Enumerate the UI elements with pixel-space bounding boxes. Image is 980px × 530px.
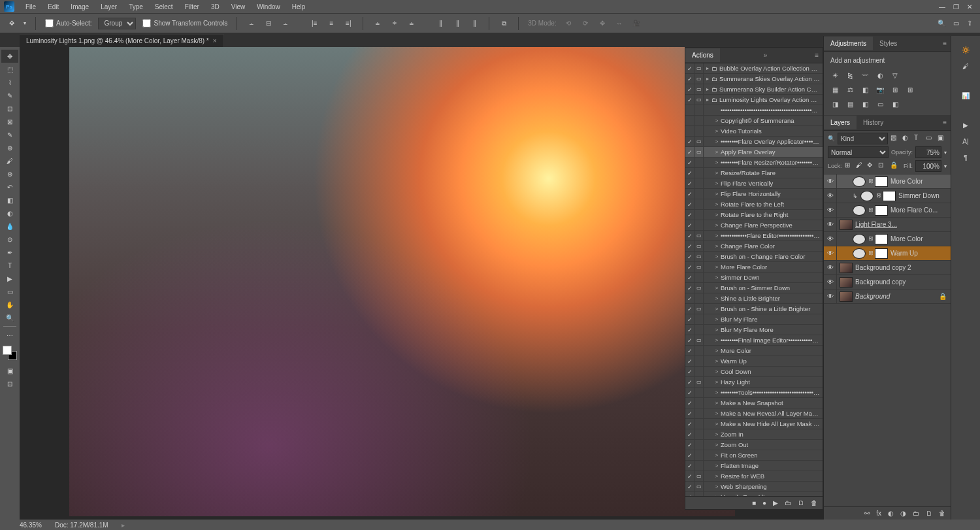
document-tab[interactable]: Luminosity Lights 1.png @ 46.4% (More Co… bbox=[20, 34, 224, 47]
auto-select-checkbox[interactable]: Auto-Select: bbox=[45, 19, 91, 27]
crop-tool[interactable]: ⊡ bbox=[1, 102, 18, 115]
color-lookup-icon[interactable]: ⊞ bbox=[904, 84, 916, 95]
layer-fx-icon[interactable]: fx bbox=[876, 510, 881, 517]
link-layers-icon[interactable]: ⚯ bbox=[864, 510, 870, 517]
filter-adjust-icon[interactable]: ◐ bbox=[902, 134, 911, 143]
align-right-icon[interactable]: ≡| bbox=[343, 18, 353, 29]
selective-color-icon[interactable]: ◧ bbox=[889, 98, 901, 110]
distribute-hcenter-icon[interactable]: ‖ bbox=[452, 18, 463, 29]
distribute-left-icon[interactable]: ‖ bbox=[435, 18, 446, 29]
exposure-icon[interactable]: ◐ bbox=[874, 69, 886, 81]
actions-tab[interactable]: Actions bbox=[685, 48, 720, 62]
action-item[interactable]: ✓>Rotate Flare to the Left bbox=[685, 199, 823, 210]
visibility-icon[interactable]: 👁 bbox=[824, 290, 837, 303]
move-tool[interactable]: ✥ bbox=[1, 50, 18, 63]
stop-icon[interactable]: ■ bbox=[752, 499, 756, 506]
action-item[interactable]: ✓>Make a New Snapshot bbox=[685, 398, 823, 408]
healing-tool[interactable]: ⊕ bbox=[1, 141, 18, 154]
layer-row[interactable]: 👁Background copy bbox=[824, 275, 951, 290]
actions-menu-icon[interactable]: ≡ bbox=[811, 52, 823, 59]
status-zoom[interactable]: 46.35% bbox=[20, 522, 42, 529]
record-icon[interactable]: ● bbox=[762, 499, 766, 506]
visibility-icon[interactable]: 👁 bbox=[824, 189, 837, 203]
lock-all-icon[interactable]: 🔒 bbox=[890, 161, 898, 171]
menu-view[interactable]: View bbox=[225, 2, 252, 12]
lock-artboard-icon[interactable]: ⊡ bbox=[878, 161, 887, 171]
action-folder[interactable]: ✓▭▸🗀Summerana Sky Builder Action Collect… bbox=[685, 84, 823, 95]
action-item[interactable]: ✓>Blur My Flare More bbox=[685, 325, 823, 335]
new-fill-icon[interactable]: ◑ bbox=[900, 510, 906, 517]
action-item[interactable]: ✓>Simmer Down bbox=[685, 273, 823, 283]
pen-tool[interactable]: ✒ bbox=[1, 246, 18, 259]
edit-toolbar[interactable]: ⋯ bbox=[1, 329, 18, 342]
3d-slide-icon[interactable]: ↔ bbox=[614, 18, 625, 29]
action-item[interactable]: ✓>Shine a Little Brighter bbox=[685, 293, 823, 304]
layers-menu-icon[interactable]: ≡ bbox=[939, 119, 951, 126]
blend-mode-dropdown[interactable]: Normal bbox=[828, 146, 889, 158]
type-tool[interactable]: T bbox=[1, 259, 18, 272]
trash-icon[interactable]: 🗑 bbox=[811, 499, 817, 506]
action-item[interactable]: ✓>Rotate Flare to the Right bbox=[685, 210, 823, 220]
3d-orbit-icon[interactable]: ⟲ bbox=[563, 18, 574, 29]
3d-roll-icon[interactable]: ⟳ bbox=[580, 18, 591, 29]
history-brush-tool[interactable]: ↶ bbox=[1, 180, 18, 193]
layer-row[interactable]: 👁⛓More Color bbox=[824, 232, 951, 246]
auto-select-dropdown[interactable]: Group bbox=[98, 18, 136, 29]
status-arrow-icon[interactable]: ▸ bbox=[122, 522, 125, 529]
hand-tool[interactable]: ✋ bbox=[1, 298, 18, 311]
layer-row[interactable]: 👁Background🔒 bbox=[824, 290, 951, 304]
status-doc[interactable]: Doc: 17.2M/81.1M bbox=[55, 522, 108, 529]
fill-input[interactable] bbox=[915, 160, 941, 172]
action-item[interactable]: ✓▭>••••••••••••Flare Editor•••••••••••••… bbox=[685, 231, 823, 241]
action-item[interactable]: >Copyright© of Summerana bbox=[685, 116, 823, 126]
bw-icon[interactable]: ◧ bbox=[859, 84, 871, 95]
lock-transparency-icon[interactable]: ⊞ bbox=[845, 161, 853, 171]
action-item[interactable]: ✓>More Color bbox=[685, 346, 823, 356]
actions-collapse-icon[interactable]: » bbox=[760, 52, 772, 59]
history-tab[interactable]: History bbox=[857, 116, 890, 129]
action-folder[interactable]: ✓▭▸🗀Summerana Skies Overlay Action Coll.… bbox=[685, 74, 823, 84]
blur-tool[interactable]: 💧 bbox=[1, 220, 18, 233]
visibility-icon[interactable]: 👁 bbox=[824, 275, 837, 289]
menu-window[interactable]: Window bbox=[251, 2, 286, 12]
action-item[interactable]: ✓>Zoom In bbox=[685, 429, 823, 440]
screen-mode-icon[interactable]: ⊡ bbox=[1, 377, 18, 390]
action-item[interactable]: ••••••••••••••••••••••••••••••••••••••••… bbox=[685, 105, 823, 116]
color-picker-icon[interactable]: 🔆 bbox=[962, 46, 970, 54]
action-folder[interactable]: ✓▭▸🗀Luminosity Lights Overlay Action Col… bbox=[685, 95, 823, 105]
action-item[interactable]: ✓>Blur My Flare bbox=[685, 314, 823, 325]
brightness-icon[interactable]: ☀ bbox=[829, 69, 841, 81]
quick-mask-icon[interactable]: ▣ bbox=[1, 364, 18, 377]
distribute-right-icon[interactable]: ‖ bbox=[469, 18, 480, 29]
invert-icon[interactable]: ◨ bbox=[829, 98, 841, 110]
action-folder[interactable]: ✓▭▸🗀Bubble Overlay Action Collection by … bbox=[685, 63, 823, 74]
align-bottom-icon[interactable]: ⫠ bbox=[280, 18, 291, 29]
align-top-icon[interactable]: ⫠ bbox=[246, 18, 257, 29]
brush-tool[interactable]: 🖌 bbox=[1, 154, 18, 167]
action-item[interactable]: ✓>••••••••Tools•••••••••••••••••••••••••… bbox=[685, 388, 823, 398]
lasso-tool[interactable]: ⌇ bbox=[1, 76, 18, 89]
character-icon[interactable]: A| bbox=[962, 138, 968, 145]
minimize-icon[interactable]: — bbox=[939, 3, 945, 10]
canvas-image[interactable] bbox=[69, 47, 735, 516]
search-icon[interactable]: 🔍 bbox=[938, 20, 945, 27]
gradient-map-icon[interactable]: ▭ bbox=[874, 98, 886, 110]
distribute-top-icon[interactable]: ⫨ bbox=[372, 18, 383, 29]
filter-smart-icon[interactable]: ▣ bbox=[938, 134, 947, 143]
new-group-icon[interactable]: 🗀 bbox=[913, 510, 919, 517]
action-item[interactable]: ✓▭>More Flare Color bbox=[685, 262, 823, 273]
action-item[interactable]: ✓>Change Flare Perspective bbox=[685, 220, 823, 231]
distribute-bottom-icon[interactable]: ⫨ bbox=[406, 18, 417, 29]
vibrance-icon[interactable]: ▽ bbox=[889, 69, 901, 81]
new-set-icon[interactable]: 🗀 bbox=[785, 499, 791, 506]
action-item[interactable]: ✓▭>Brush on - Shine a Little Brighter bbox=[685, 304, 823, 314]
menu-3d[interactable]: 3D bbox=[205, 2, 225, 12]
action-item[interactable]: ✓▭>Resize for WEB bbox=[685, 471, 823, 482]
threshold-icon[interactable]: ◧ bbox=[859, 98, 871, 110]
action-item[interactable]: ✓▭>Hazy Light bbox=[685, 377, 823, 388]
opacity-input[interactable] bbox=[915, 146, 941, 158]
visibility-icon[interactable]: 👁 bbox=[824, 218, 837, 231]
action-item[interactable]: ✓▭>••••••••Final Image Editor•••••••••••… bbox=[685, 335, 823, 346]
menu-help[interactable]: Help bbox=[286, 2, 312, 12]
clone-tool[interactable]: ⊛ bbox=[1, 167, 18, 180]
